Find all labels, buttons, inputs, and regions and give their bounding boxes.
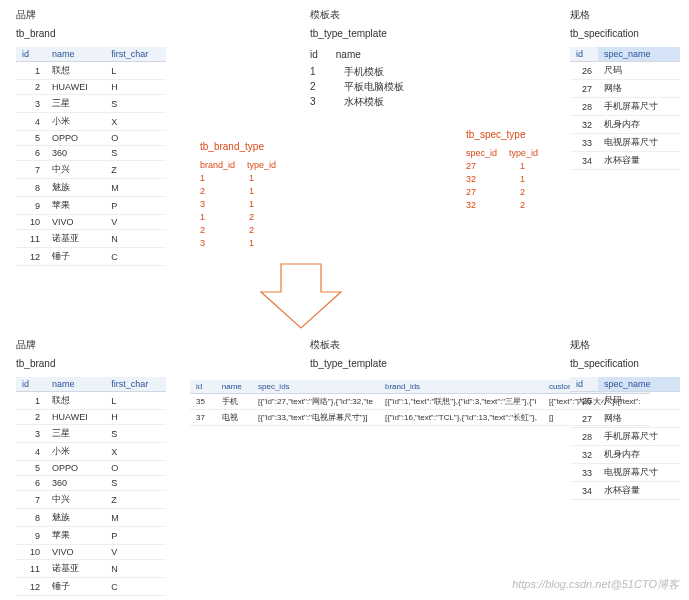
w-col-name: name	[216, 380, 252, 394]
cell: 32	[570, 116, 598, 134]
cell: 8	[16, 179, 46, 197]
table-row: 28手机屏幕尺寸	[570, 428, 680, 446]
cell: N	[105, 230, 166, 248]
col-id: id	[570, 377, 598, 392]
cell: 26	[570, 62, 598, 80]
col-spec-name: spec_name	[598, 47, 680, 62]
cell: 三星	[46, 425, 105, 443]
cell: 2	[16, 80, 46, 95]
col-name: name	[46, 377, 105, 392]
cell: L	[105, 392, 166, 410]
table-row: 33电视屏幕尺寸	[570, 134, 680, 152]
cell: 尺码	[598, 62, 680, 80]
cell: 10	[16, 545, 46, 560]
spec-table-name-2: tb_specification	[570, 358, 680, 369]
cell: P	[105, 197, 166, 215]
cell: 苹果	[46, 197, 105, 215]
st-row: 322	[466, 199, 538, 212]
cell: X	[105, 113, 166, 131]
cell: 魅族	[46, 509, 105, 527]
cell: 4	[16, 113, 46, 131]
table-row: 10VIVOV	[16, 545, 166, 560]
template-title: 模板表	[310, 8, 404, 22]
bt-col-b: brand_id	[200, 159, 235, 172]
brand-table: id name first_char 1联想L2HUAWEIH3三星S4小米X5…	[16, 47, 166, 266]
template-title-2: 模板表	[310, 338, 387, 352]
spec-table-2: id spec_name 26尺码27网络28手机屏幕尺寸32机身内存33电视屏…	[570, 377, 680, 500]
cell: 联想	[46, 62, 105, 80]
cell: [{"id":16,"text":"TCL"},{"id":13,"text":…	[379, 410, 543, 426]
table-row: 10VIVOV	[16, 215, 166, 230]
cell: VIVO	[46, 545, 105, 560]
cell: P	[105, 527, 166, 545]
spec-type-title: tb_spec_type	[466, 128, 538, 141]
cell: 5	[16, 131, 46, 146]
cell: S	[105, 425, 166, 443]
cell: Z	[105, 161, 166, 179]
cell: HUAWEI	[46, 80, 105, 95]
cell: 1	[16, 392, 46, 410]
cell: 魅族	[46, 179, 105, 197]
cell: 小米	[46, 443, 105, 461]
col-id: id	[16, 377, 46, 392]
table-row: 12锤子C	[16, 578, 166, 596]
table-row: 2HUAWEIH	[16, 80, 166, 95]
cell: 水杯容量	[598, 152, 680, 170]
cell: M	[105, 179, 166, 197]
cell: 6	[16, 146, 46, 161]
cell: 尺码	[598, 392, 680, 410]
bt-row: 31	[200, 237, 276, 250]
cell: 诺基亚	[46, 230, 105, 248]
cell: O	[105, 461, 166, 476]
cell: V	[105, 545, 166, 560]
template-list: idname 1手机模板2平板电脑模板3水杯模板	[310, 47, 404, 109]
cell: 7	[16, 491, 46, 509]
table-row: 6360S	[16, 146, 166, 161]
table-row: 1联想L	[16, 392, 166, 410]
cell: 联想	[46, 392, 105, 410]
bt-row: 21	[200, 185, 276, 198]
template-row: 3水杯模板	[310, 94, 404, 109]
cell: 三星	[46, 95, 105, 113]
cell: 11	[16, 560, 46, 578]
w-col-bids: brand_ids	[379, 380, 543, 394]
template-table-name-2: tb_type_template	[310, 358, 387, 369]
table-row: 27网络	[570, 410, 680, 428]
cell: 360	[46, 476, 105, 491]
cell: 机身内存	[598, 116, 680, 134]
bt-col-t: type_id	[247, 159, 276, 172]
cell: 小米	[46, 113, 105, 131]
cell: 9	[16, 527, 46, 545]
cell: VIVO	[46, 215, 105, 230]
table-row: 4小米X	[16, 443, 166, 461]
cell: S	[105, 146, 166, 161]
tpl-col-id: id	[310, 47, 318, 62]
cell: 3	[16, 425, 46, 443]
cell: 机身内存	[598, 446, 680, 464]
table-row: 5OPPOO	[16, 461, 166, 476]
table-row: 5OPPOO	[16, 131, 166, 146]
tpl-col-name: name	[336, 47, 361, 62]
table-row: 4小米X	[16, 113, 166, 131]
brand-table-2: id name first_char 1联想L2HUAWEIH3三星S4小米X5…	[16, 377, 166, 596]
cell: H	[105, 410, 166, 425]
w-col-sids: spec_ids	[252, 380, 379, 394]
col-fc: first_char	[105, 47, 166, 62]
cell: 1	[16, 62, 46, 80]
cell: 苹果	[46, 527, 105, 545]
cell: 10	[16, 215, 46, 230]
cell: 6	[16, 476, 46, 491]
table-row: 11诺基亚N	[16, 560, 166, 578]
cell: 手机屏幕尺寸	[598, 98, 680, 116]
cell: 33	[570, 464, 598, 482]
cell: 26	[570, 392, 598, 410]
cell: OPPO	[46, 461, 105, 476]
cell: 锤子	[46, 248, 105, 266]
cell: 4	[16, 443, 46, 461]
cell: 12	[16, 248, 46, 266]
st-row: 272	[466, 186, 538, 199]
spec-table: id spec_name 26尺码27网络28手机屏幕尺寸32机身内存33电视屏…	[570, 47, 680, 170]
spec-title-2: 规格	[570, 338, 680, 352]
cell: 34	[570, 152, 598, 170]
cell: 34	[570, 482, 598, 500]
